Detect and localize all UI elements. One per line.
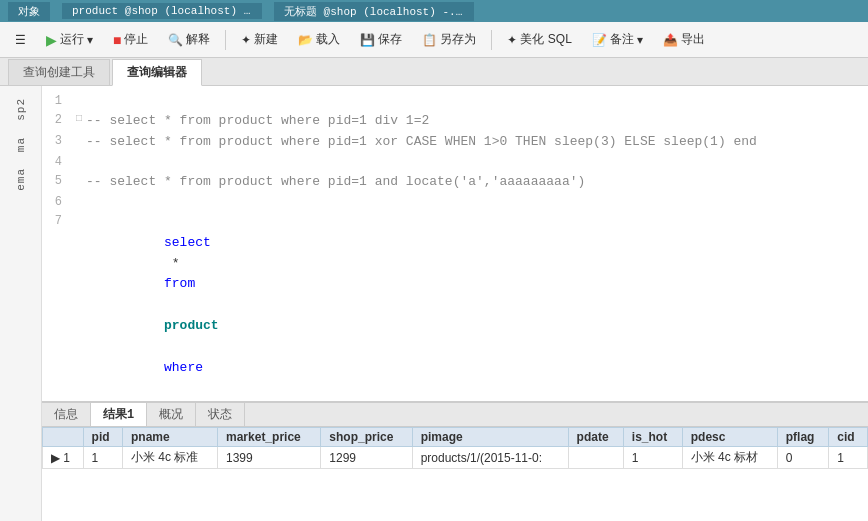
sidebar-label-ema: ema [13,164,29,195]
line-number-3: 3 [42,132,72,151]
comment-button[interactable]: 📝 备注 ▾ [585,28,650,51]
run-dropdown-icon: ▾ [87,33,93,47]
line-content-3: -- select * from product where pid=1 xor… [86,132,868,153]
line-marker-2: □ [72,111,86,127]
col-header-pname[interactable]: pname [123,428,218,447]
new-button[interactable]: ✦ 新建 [234,28,285,51]
left-sidebar: sp2 ma ema [0,86,42,521]
table-product: product [164,318,219,333]
code-editor[interactable]: 1 2 □ -- select * from product where pid… [42,86,868,401]
save-button[interactable]: 💾 保存 [353,28,409,51]
comment-icon: 📝 [592,33,607,47]
cell-pname: 小米 4c 标准 [123,447,218,469]
save-label: 保存 [378,31,402,48]
beautify-label: 美化 SQL [520,31,571,48]
explain-button[interactable]: 🔍 解释 [161,28,217,51]
explain-label: 解释 [186,31,210,48]
space4 [164,380,172,395]
keyword-from: from [164,276,195,291]
tab-status[interactable]: 状态 [196,403,245,426]
row-indicator: ▶ 1 [43,447,84,469]
col-header-market-price[interactable]: market_price [218,428,321,447]
col-header-pimage[interactable]: pimage [412,428,568,447]
cell-pimage: products/1/(2015-11-0: [412,447,568,469]
load-label: 载入 [316,31,340,48]
code-line-5: 5 -- select * from product where pid=1 a… [42,172,868,193]
stop-icon: ■ [113,32,121,48]
sidebar-label-sp2: sp2 [13,94,29,125]
line-number-5: 5 [42,172,72,191]
cell-cid: 1 [829,447,868,469]
table-row[interactable]: ▶ 1 1 小米 4c 标准 1399 1299 products/1/(201… [43,447,868,469]
toolbar: ☰ ▶ 运行 ▾ ■ 停止 🔍 解释 ✦ 新建 📂 载入 💾 保存 📋 另存为 … [0,22,868,58]
cell-pid: 1 [83,447,122,469]
cell-pdesc: 小米 4c 标材 [682,447,777,469]
save-as-label: 另存为 [440,31,476,48]
load-icon: 📂 [298,33,313,47]
save-as-icon: 📋 [422,33,437,47]
new-label: 新建 [254,31,278,48]
results-panel: 信息 结果1 概况 状态 pid pname market_price shop… [42,401,868,521]
stop-label: 停止 [124,31,148,48]
menu-icon: ☰ [15,33,26,47]
results-tabs: 信息 结果1 概况 状态 [42,403,868,427]
table-header-row: pid pname market_price shop_price pimage… [43,428,868,447]
code-line-3: 3 -- select * from product where pid=1 x… [42,132,868,153]
col-header-pid[interactable]: pid [83,428,122,447]
col-header-is-hot[interactable]: is_hot [623,428,682,447]
save-as-button[interactable]: 📋 另存为 [415,28,483,51]
export-button[interactable]: 📤 导出 [656,28,712,51]
cell-shop-price: 1299 [321,447,412,469]
space: * [164,256,187,271]
keyword-select: select [164,235,211,250]
col-header-pdesc[interactable]: pdesc [682,428,777,447]
code-line-6: 6 [42,193,868,212]
export-label: 导出 [681,31,705,48]
stop-button[interactable]: ■ 停止 [106,28,155,51]
run-button[interactable]: ▶ 运行 ▾ [39,28,100,51]
load-button[interactable]: 📂 载入 [291,28,347,51]
keyword-where: where [164,360,203,375]
line-number-6: 6 [42,193,72,212]
line-number-7: 7 [42,212,72,231]
cell-is-hot: 1 [623,447,682,469]
beautify-button[interactable]: ✦ 美化 SQL [500,28,578,51]
col-header-shop-price[interactable]: shop_price [321,428,412,447]
code-line-1: 1 [42,92,868,111]
title-tab-product[interactable]: product @shop (localhost) ... [62,3,262,19]
code-line-4: 4 [42,153,868,172]
space3 [164,339,172,354]
separator-2 [491,30,492,50]
line-content-5: -- select * from product where pid=1 and… [86,172,868,193]
explain-icon: 🔍 [168,33,183,47]
tab-query-editor[interactable]: 查询编辑器 [112,59,202,86]
tab-overview[interactable]: 概况 [147,403,196,426]
run-label: 运行 [60,31,84,48]
title-tab-untitled[interactable]: 无标题 @shop (localhost) -... [274,2,474,21]
col-header-cid[interactable]: cid [829,428,868,447]
title-tab-obj[interactable]: 对象 [8,2,50,21]
export-icon: 📤 [663,33,678,47]
save-icon: 💾 [360,33,375,47]
comment-dropdown-icon: ▾ [637,33,643,47]
results-table-wrap[interactable]: pid pname market_price shop_price pimage… [42,427,868,521]
tab-info[interactable]: 信息 [42,403,91,426]
main-layout: sp2 ma ema 1 2 □ -- select * from produc… [0,86,868,521]
col-header-pdate[interactable]: pdate [568,428,623,447]
col-header-pflag[interactable]: pflag [777,428,828,447]
tab-query-builder[interactable]: 查询创建工具 [8,59,110,85]
sidebar-label-ma: ma [13,133,29,156]
title-bar: 对象 product @shop (localhost) ... 无标题 @sh… [0,0,868,22]
editor-results: 1 2 □ -- select * from product where pid… [42,86,868,521]
tab-result1[interactable]: 结果1 [91,403,147,426]
code-line-2: 2 □ -- select * from product where pid=1… [42,111,868,132]
menu-button[interactable]: ☰ [8,30,33,50]
run-icon: ▶ [46,32,57,48]
line-number-4: 4 [42,153,72,172]
new-icon: ✦ [241,33,251,47]
separator-1 [225,30,226,50]
col-header-indicator [43,428,84,447]
line-number-2: 2 [42,111,72,130]
line-content-7[interactable]: select * from product where pid = 1 and … [86,212,868,401]
cell-pflag: 0 [777,447,828,469]
